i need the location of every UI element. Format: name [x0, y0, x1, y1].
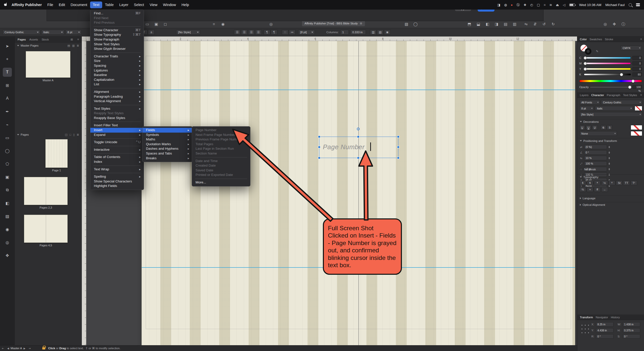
resize-handle-n[interactable]: [357, 136, 359, 138]
menu-item[interactable]: Vertical Alignment: [90, 99, 144, 104]
panel-tab[interactable]: Swatches: [589, 38, 602, 41]
swatch-icon[interactable]: ▧: [403, 21, 410, 27]
menu-item[interactable]: Paragraph Leading: [90, 94, 144, 99]
typography-button[interactable]: ↔: [601, 187, 608, 192]
typography-button[interactable]: º: [609, 180, 615, 185]
yellow-slider[interactable]: [584, 68, 631, 70]
text-style-select[interactable]: [No Style]: [176, 30, 200, 35]
gutter-value[interactable]: 0.333 in: [350, 30, 366, 35]
timer-icon[interactable]: ◴: [530, 3, 533, 7]
column-options-icon[interactable]: ▥: [370, 30, 376, 35]
menubar-item[interactable]: Edit: [56, 2, 68, 8]
align-center-icon[interactable]: ☰: [241, 30, 248, 35]
opacity-value[interactable]: 100 %: [632, 85, 642, 89]
typography-button[interactable]: ﬁ: [587, 180, 593, 185]
edit-color-icon[interactable]: ✎: [596, 50, 598, 53]
align-justify-icon[interactable]: ☰: [255, 30, 262, 35]
color-panel-menu-icon[interactable]: ≡: [640, 37, 642, 41]
hue-slider[interactable]: [579, 80, 642, 82]
menu-item[interactable]: Spaces and Tabs: [142, 151, 192, 156]
character-panel-menu-icon[interactable]: ≡: [640, 93, 642, 96]
character-font-select[interactable]: Century Gothic: [601, 100, 642, 105]
horizontal-guide-top[interactable]: [142, 90, 575, 90]
black-value[interactable]: 80: [632, 72, 642, 76]
pen-tool[interactable]: ✒: [3, 107, 12, 116]
current-page-label[interactable]: Master A: [11, 347, 22, 350]
menu-item[interactable]: Table of Contents: [90, 155, 144, 160]
menu-item[interactable]: Baseline: [90, 73, 144, 77]
menu-item[interactable]: Show Character ⌘T: [90, 28, 144, 33]
stroke-color-selector[interactable]: [585, 48, 591, 55]
typography-button[interactable]: ≈: [587, 187, 593, 192]
menu-item[interactable]: Highlight Fields: [90, 184, 144, 188]
color-mode-select[interactable]: CMYK: [621, 46, 642, 50]
menubar-item[interactable]: Help: [179, 2, 192, 8]
typography-button[interactable]: T¹: [630, 180, 637, 185]
panel-tab[interactable]: Stroke: [605, 38, 613, 41]
text-frame[interactable]: Page Number: [319, 137, 398, 158]
menu-item[interactable]: Maths: [142, 137, 192, 142]
arrange-back-icon[interactable]: ◧: [484, 21, 491, 27]
resize-handle-e[interactable]: [397, 146, 399, 148]
fill-tool[interactable]: ◧: [3, 199, 12, 208]
menubar-item[interactable]: Affinity Publisher: [9, 2, 45, 8]
zoom-tool[interactable]: ◎: [3, 238, 12, 247]
airplay-icon[interactable]: ≋: [549, 3, 552, 7]
eject-icon[interactable]: ⏏: [556, 3, 559, 7]
paragraph-icon[interactable]: ¶: [264, 30, 270, 35]
next-page-button[interactable]: ▶: [23, 347, 25, 350]
menu-item[interactable]: Spelling: [90, 174, 144, 179]
typography-button[interactable]: TT: [623, 180, 630, 185]
decoration-style-select[interactable]: None: [579, 131, 617, 136]
dotted-underline-button[interactable]: U: [592, 125, 598, 130]
font-select[interactable]: Century Gothic: [3, 30, 40, 35]
anchor-selector[interactable]: [579, 322, 589, 333]
black-slider[interactable]: [584, 73, 631, 75]
menu-item[interactable]: List: [90, 82, 144, 87]
page-view-icon[interactable]: □: [69, 133, 71, 136]
menubar-item[interactable]: Select: [131, 2, 147, 8]
numbered-list-icon[interactable]: ≔: [289, 30, 295, 35]
transparency-tool[interactable]: ▨: [3, 212, 12, 221]
panel-tab[interactable]: Transform: [580, 316, 593, 319]
menu-item[interactable]: Reapply Base Styles: [90, 116, 144, 121]
bullet-list-icon[interactable]: ∷: [282, 30, 288, 35]
panel-tab[interactable]: Assets: [29, 38, 38, 41]
text-wrap-icon[interactable]: ◙: [384, 30, 391, 35]
yellow-value[interactable]: 0: [632, 67, 642, 71]
menu-item[interactable]: Toggle Unicode ⌃U: [90, 140, 144, 145]
menu-item[interactable]: Text Wrap: [90, 167, 144, 172]
rectangle-tool[interactable]: ▭: [3, 133, 12, 142]
r-value[interactable]: 0 °: [596, 334, 614, 339]
menu-item[interactable]: Capitalization: [90, 77, 144, 82]
arrange-front-icon[interactable]: ⬒: [466, 21, 473, 27]
strikethrough-button[interactable]: S: [600, 125, 606, 130]
text-color-swatch[interactable]: [635, 106, 642, 111]
menubar-item[interactable]: Document: [68, 2, 90, 8]
menu-item[interactable]: Show Paragraph: [90, 37, 144, 42]
menu-item[interactable]: Alignment: [90, 90, 144, 94]
w-value[interactable]: 1.438 in: [623, 322, 640, 327]
menubar-item[interactable]: Layer: [117, 2, 131, 8]
menu-item[interactable]: Dashes and Hyphens: [142, 146, 192, 151]
menu-item[interactable]: Insert Filler Text: [90, 123, 144, 128]
picture-frame-tool[interactable]: ▣: [3, 172, 12, 181]
typography-button[interactable]: ff: [594, 187, 601, 192]
typography-header[interactable]: Typography: [577, 174, 644, 179]
double-strikethrough-button[interactable]: S: [607, 125, 613, 130]
pages-menu-icon[interactable]: ≣: [77, 133, 79, 136]
typography-button[interactable]: ⅔: [579, 187, 586, 192]
no-break-checkbox[interactable]: [580, 168, 583, 171]
menu-item[interactable]: Spacing: [90, 63, 144, 68]
rotate-ccw-icon[interactable]: ↺: [540, 21, 548, 27]
password-manager-icon[interactable]: ◨: [497, 3, 500, 7]
underline-button[interactable]: U: [579, 125, 585, 130]
menu-item[interactable]: Show Glyph Browser: [90, 47, 144, 51]
s-value[interactable]: 0 °: [623, 334, 640, 339]
ruler-corner[interactable]: [82, 36, 86, 41]
hand-icon[interactable]: ✥: [611, 21, 618, 27]
shape-frame-icon[interactable]: ◻: [162, 21, 169, 27]
paragraph-rtl-icon[interactable]: ¶: [271, 30, 277, 35]
first-page-button[interactable]: ⇤: [2, 347, 4, 350]
panel-tab[interactable]: Navigator: [596, 316, 608, 319]
